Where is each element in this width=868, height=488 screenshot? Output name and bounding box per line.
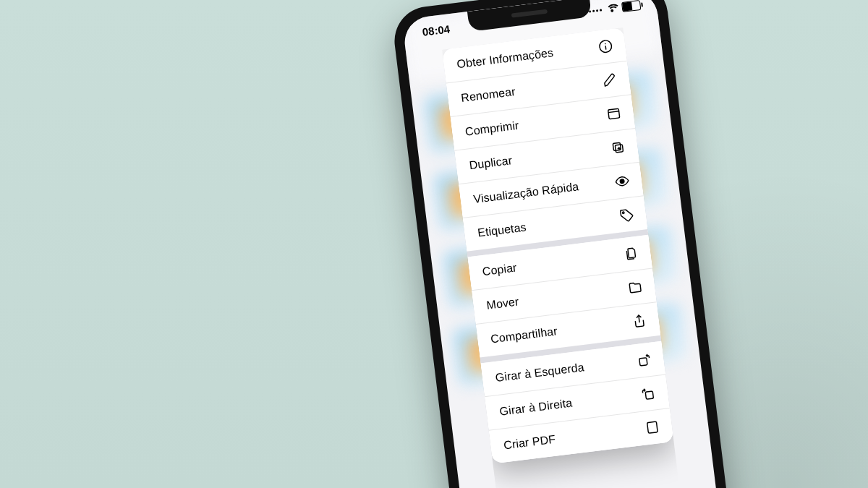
- share-icon: [631, 312, 649, 330]
- pencil-icon: [601, 72, 619, 90]
- rotate-left-icon: [635, 351, 653, 369]
- menu-group: Girar à Esquerda Girar à Direita: [480, 335, 673, 464]
- menu-item-label: Visualização Rápida: [473, 180, 580, 206]
- tag-icon: [618, 206, 636, 224]
- pdf-icon: [644, 419, 662, 437]
- svg-rect-9: [647, 421, 658, 433]
- svg-point-5: [620, 179, 624, 184]
- eye-icon: [613, 172, 631, 190]
- phone-screen: 08:04: [402, 0, 720, 488]
- menu-item-label: Copiar: [482, 261, 518, 278]
- menu-item-label: Obter Informações: [456, 46, 554, 71]
- menu-item-label: Renomear: [460, 85, 516, 105]
- svg-rect-8: [645, 391, 653, 399]
- battery-icon: [621, 0, 642, 12]
- menu-group: Obter Informações Renomear: [442, 27, 647, 252]
- signal-icon: [589, 9, 602, 12]
- menu-item-label: Mover: [486, 295, 520, 312]
- folder-icon: [626, 278, 644, 296]
- svg-point-6: [622, 212, 624, 214]
- phone-frame: 08:04: [391, 0, 731, 488]
- menu-item-label: Girar à Direita: [499, 397, 574, 419]
- copy-icon: [622, 245, 640, 263]
- duplicate-icon: [609, 139, 627, 157]
- info-icon: [597, 38, 615, 56]
- menu-item-label: Criar PDF: [503, 433, 556, 453]
- archive-icon: [605, 105, 623, 123]
- menu-item-label: Comprimir: [464, 119, 519, 139]
- svg-point-1: [605, 43, 606, 45]
- scene: 08:04: [0, 0, 868, 488]
- svg-rect-2: [608, 108, 620, 119]
- menu-item-label: Duplicar: [469, 154, 513, 172]
- status-indicators: [588, 0, 641, 17]
- menu-item-label: Girar à Esquerda: [495, 361, 585, 385]
- wifi-icon: [605, 4, 618, 14]
- rotate-right-icon: [639, 385, 658, 403]
- menu-item-label: Etiquetas: [477, 221, 527, 239]
- status-time: 08:04: [422, 22, 451, 38]
- svg-rect-7: [639, 358, 647, 366]
- menu-item-label: Compartilhar: [490, 325, 558, 346]
